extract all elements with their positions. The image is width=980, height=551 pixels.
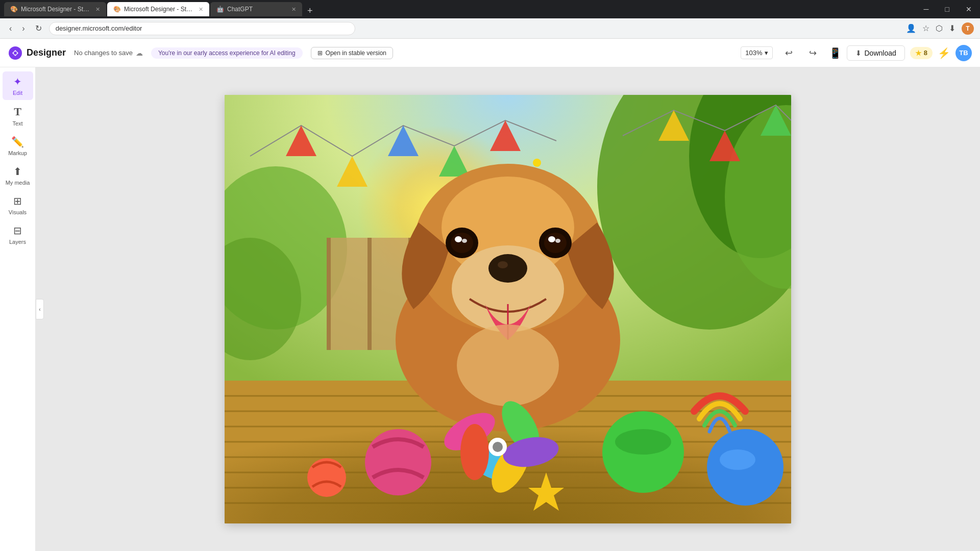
svg-point-65 bbox=[307, 458, 346, 497]
sidebar-item-markup[interactable]: ✏️ Markup bbox=[3, 132, 33, 160]
sidebar-markup-label: Markup bbox=[8, 150, 27, 156]
edit-icon: ✦ bbox=[13, 76, 22, 88]
early-access-banner: You're in our early access experience fo… bbox=[151, 47, 303, 59]
tab2-close[interactable]: ✕ bbox=[199, 6, 203, 13]
download-label: Download bbox=[865, 49, 896, 57]
svg-point-38 bbox=[488, 254, 527, 283]
coin-icon: ★ bbox=[915, 49, 922, 57]
zoom-chevron-icon: ▾ bbox=[765, 49, 768, 57]
svg-point-39 bbox=[498, 261, 508, 268]
tab3-favicon: 🤖 bbox=[216, 6, 224, 13]
svg-point-49 bbox=[457, 324, 559, 406]
tab3-label: ChatGPT bbox=[227, 6, 253, 13]
svg-rect-10 bbox=[327, 238, 331, 350]
sidebar-layers-label: Layers bbox=[9, 239, 26, 245]
coins-count: 8 bbox=[924, 49, 927, 57]
app-header: Designer No changes to save ☁ You're in … bbox=[0, 39, 980, 67]
my-media-icon: ⬆ bbox=[13, 165, 22, 178]
dog-illustration bbox=[225, 95, 791, 523]
sidebar-visuals-label: Visuals bbox=[9, 209, 27, 215]
layers-icon: ⊟ bbox=[13, 224, 22, 237]
avatar-initials: TB bbox=[959, 49, 968, 57]
tab1-favicon: 🎨 bbox=[10, 6, 18, 13]
new-tab-button[interactable]: + bbox=[303, 6, 317, 16]
canvas-image[interactable] bbox=[225, 95, 791, 523]
browser-tab-1[interactable]: 🎨 Microsoft Designer - Stunning ... ✕ bbox=[4, 2, 106, 16]
svg-point-44 bbox=[544, 233, 567, 253]
tab1-label: Microsoft Designer - Stunning ... bbox=[21, 6, 92, 13]
sidebar-item-layers[interactable]: ⊟ Layers bbox=[3, 220, 33, 249]
sidebar-item-text[interactable]: T Text bbox=[3, 101, 33, 131]
downloads-icon[interactable]: ⬇ bbox=[949, 23, 955, 33]
svg-point-63 bbox=[720, 449, 755, 470]
save-status: No changes to save ☁ bbox=[74, 49, 143, 57]
sidebar-item-visuals[interactable]: ⊞ Visuals bbox=[3, 191, 33, 219]
markup-icon: ✏️ bbox=[11, 136, 24, 148]
early-access-text: You're in our early access experience fo… bbox=[158, 49, 296, 57]
text-icon: T bbox=[14, 105, 21, 118]
download-icon: ⬇ bbox=[855, 49, 862, 57]
header-right: 📱 ⬇ Download ★ 8 ⚡ TB bbox=[829, 45, 972, 61]
tab3-close[interactable]: ✕ bbox=[291, 6, 296, 13]
sidebar-item-my-media[interactable]: ⬆ My media bbox=[3, 161, 33, 190]
svg-point-58 bbox=[493, 442, 503, 452]
open-stable-label: Open in stable version bbox=[326, 49, 386, 57]
maximize-button[interactable]: □ bbox=[941, 3, 953, 15]
tab2-favicon: 🎨 bbox=[113, 6, 121, 13]
left-sidebar: ✦ Edit T Text ✏️ Markup ⬆ My media ⊞ Vis… bbox=[0, 67, 36, 551]
back-button[interactable]: ‹ bbox=[6, 22, 15, 35]
sidebar-collapse-handle[interactable]: ‹ bbox=[36, 299, 44, 319]
tab2-label: Microsoft Designer - Stunning ... bbox=[124, 6, 195, 13]
tab1-close[interactable]: ✕ bbox=[95, 6, 100, 13]
svg-point-42 bbox=[455, 236, 462, 242]
svg-point-45 bbox=[548, 236, 555, 242]
extensions-icon[interactable]: ⬡ bbox=[936, 23, 943, 33]
sidebar-edit-label: Edit bbox=[13, 90, 22, 96]
svg-point-1 bbox=[14, 52, 17, 55]
zoom-level-text: 103% bbox=[745, 49, 762, 57]
zoom-control[interactable]: 103% ▾ bbox=[741, 46, 772, 59]
minimize-button[interactable]: ─ bbox=[920, 3, 933, 15]
svg-point-41 bbox=[451, 233, 473, 253]
star-icon[interactable]: ☆ bbox=[922, 23, 929, 33]
download-button[interactable]: ⬇ Download bbox=[847, 45, 905, 61]
open-stable-icon: ⊞ bbox=[317, 49, 323, 57]
svg-point-61 bbox=[615, 429, 671, 455]
save-status-text: No changes to save bbox=[74, 49, 133, 57]
refresh-button[interactable]: ↻ bbox=[32, 21, 45, 35]
profile-icon[interactable]: 👤 bbox=[906, 23, 916, 33]
share-button[interactable]: ⚡ bbox=[938, 47, 950, 59]
browser-tab-3[interactable]: 🤖 ChatGPT ✕ bbox=[210, 2, 302, 16]
coins-badge[interactable]: ★ 8 bbox=[910, 47, 933, 59]
browser-chrome: 🎨 Microsoft Designer - Stunning ... ✕ 🎨 … bbox=[0, 0, 980, 18]
designer-logo[interactable]: Designer bbox=[8, 46, 66, 60]
browser-profile-icon[interactable]: T bbox=[962, 22, 974, 35]
undo-button[interactable]: ↩ bbox=[781, 45, 797, 61]
user-avatar-button[interactable]: TB bbox=[955, 45, 972, 61]
visuals-icon: ⊞ bbox=[13, 195, 22, 207]
cloud-icon: ☁ bbox=[136, 49, 143, 57]
svg-point-46 bbox=[462, 239, 467, 243]
browser-tab-2[interactable]: 🎨 Microsoft Designer - Stunning ... ✕ bbox=[107, 2, 209, 16]
address-bar-row: ‹ › ↻ 👤 ☆ ⬡ ⬇ T bbox=[0, 18, 980, 39]
redo-button[interactable]: ↪ bbox=[805, 45, 821, 61]
app-name-label: Designer bbox=[27, 47, 66, 58]
main-layout: ✦ Edit T Text ✏️ Markup ⬆ My media ⊞ Vis… bbox=[0, 67, 980, 551]
sidebar-text-label: Text bbox=[12, 120, 22, 127]
svg-rect-11 bbox=[368, 238, 372, 350]
canvas-area[interactable]: ‹ bbox=[36, 67, 980, 551]
svg-point-55 bbox=[460, 424, 489, 480]
sidebar-my-media-label: My media bbox=[6, 180, 30, 186]
forward-button[interactable]: › bbox=[19, 22, 28, 35]
open-stable-button[interactable]: ⊞ Open in stable version bbox=[311, 47, 393, 59]
device-preview-icon[interactable]: 📱 bbox=[829, 47, 842, 59]
sidebar-item-edit[interactable]: ✦ Edit bbox=[3, 71, 33, 100]
svg-point-47 bbox=[555, 239, 560, 243]
designer-logo-icon bbox=[8, 46, 22, 60]
address-input[interactable] bbox=[49, 22, 355, 35]
close-window-button[interactable]: ✕ bbox=[962, 3, 976, 15]
